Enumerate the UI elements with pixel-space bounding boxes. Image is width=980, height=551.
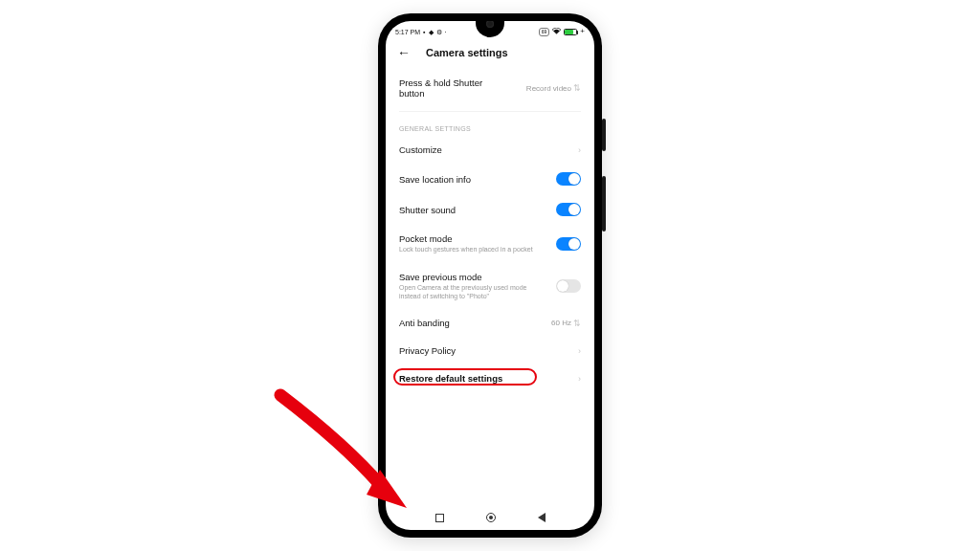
row-label: Press & hold Shutter button bbox=[399, 77, 504, 99]
front-camera-icon bbox=[486, 21, 494, 28]
phone-frame: 5:17 PM ▪ ◆ ⚙ · 69 + ← Camera bbox=[378, 13, 602, 538]
updown-icon: ⇅ bbox=[573, 83, 581, 93]
chevron-right-icon: › bbox=[578, 145, 581, 155]
row-label: Save previous mode bbox=[399, 272, 548, 282]
side-button-2 bbox=[602, 176, 606, 231]
row-label: Anti banding bbox=[399, 318, 544, 328]
phone-screen: 5:17 PM ▪ ◆ ⚙ · 69 + ← Camera bbox=[386, 21, 594, 530]
chevron-right-icon: › bbox=[578, 374, 581, 384]
row-shutter-sound[interactable]: Shutter sound bbox=[399, 194, 581, 225]
status-left: 5:17 PM ▪ ◆ ⚙ · bbox=[395, 29, 447, 35]
row-pocket-mode[interactable]: Pocket mode Lock touch gestures when pla… bbox=[399, 225, 581, 263]
toggle-save-previous[interactable] bbox=[556, 279, 581, 293]
battery-icon bbox=[564, 29, 577, 35]
side-button-1 bbox=[602, 119, 606, 151]
row-location[interactable]: Save location info bbox=[399, 164, 581, 194]
page-title: Camera settings bbox=[426, 47, 508, 58]
row-privacy-policy[interactable]: Privacy Policy › bbox=[399, 337, 581, 364]
row-anti-banding[interactable]: Anti banding 60 Hz ⇅ bbox=[399, 309, 581, 337]
row-label: Pocket mode bbox=[399, 233, 548, 244]
updown-icon: ⇅ bbox=[573, 319, 581, 328]
gear-icon: ⚙ bbox=[436, 29, 442, 35]
row-customize[interactable]: Customize › bbox=[399, 136, 581, 164]
nav-recent-icon[interactable] bbox=[435, 514, 444, 522]
status-time: 5:17 PM bbox=[395, 29, 420, 35]
row-subtitle: Open Camera at the previously used mode … bbox=[399, 284, 548, 301]
row-value: 60 Hz ⇅ bbox=[551, 319, 581, 328]
settings-list[interactable]: Press & hold Shutter button Record video… bbox=[386, 69, 594, 505]
nav-back-icon[interactable] bbox=[538, 513, 546, 522]
toggle-location[interactable] bbox=[556, 172, 581, 186]
row-shutter-hold[interactable]: Press & hold Shutter button Record video… bbox=[399, 69, 581, 107]
toggle-shutter-sound[interactable] bbox=[556, 203, 581, 216]
row-label: Shutter sound bbox=[399, 205, 548, 215]
row-save-previous[interactable]: Save previous mode Open Camera at the pr… bbox=[399, 263, 581, 310]
dots-icon: · bbox=[445, 29, 447, 35]
title-bar: ← Camera settings bbox=[386, 40, 594, 69]
back-arrow-icon[interactable]: ← bbox=[397, 46, 411, 59]
toggle-pocket[interactable] bbox=[556, 237, 581, 251]
charging-icon: + bbox=[580, 28, 585, 35]
row-value: Record video ⇅ bbox=[526, 83, 581, 93]
nav-home-icon[interactable] bbox=[486, 513, 496, 522]
status-badge: 69 bbox=[539, 28, 550, 36]
row-label: Save location info bbox=[399, 174, 548, 185]
row-label: Customize bbox=[399, 144, 570, 155]
wifi-icon bbox=[552, 28, 561, 35]
chevron-right-icon: › bbox=[578, 346, 581, 356]
row-label: Restore default settings bbox=[399, 373, 570, 384]
row-restore-defaults[interactable]: Restore default settings › bbox=[399, 364, 581, 392]
stage: 5:17 PM ▪ ◆ ⚙ · 69 + ← Camera bbox=[0, 0, 980, 551]
section-general-header: GENERAL SETTINGS bbox=[399, 112, 581, 136]
row-subtitle: Lock touch gestures when placed in a poc… bbox=[399, 246, 548, 254]
android-nav-bar bbox=[386, 505, 594, 530]
shield-icon: ◆ bbox=[429, 29, 434, 35]
row-label: Privacy Policy bbox=[399, 345, 570, 356]
camera-icon: ▪ bbox=[423, 29, 425, 35]
status-right: 69 + bbox=[539, 28, 585, 36]
